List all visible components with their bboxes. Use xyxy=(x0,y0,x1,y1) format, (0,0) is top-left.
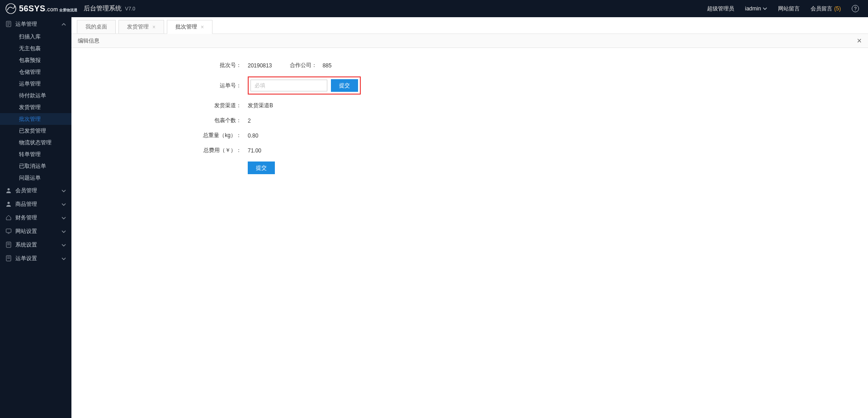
logo-icon xyxy=(5,3,16,14)
system-title: 后台管理系统 xyxy=(84,5,122,13)
member-message-label: 会员留言 xyxy=(811,5,832,13)
app-header: 56SYS.com 全景物流通 后台管理系统 V7.0 超级管理员 iadmin… xyxy=(0,0,868,17)
help-icon: ? xyxy=(852,5,859,12)
logo-text: 56SYS.com 全景物流通 xyxy=(19,4,77,14)
message-count: (5) xyxy=(834,5,841,12)
user-role: 超级管理员 xyxy=(707,5,734,13)
site-message-link[interactable]: 网站留言 xyxy=(778,5,800,13)
chevron-down-icon xyxy=(763,6,767,11)
logo-suffix: .com xyxy=(46,6,58,13)
header-right: 超级管理员 iadmin 网站留言 会员留言 (5) ? xyxy=(707,5,868,13)
logo-sub: 全景物流通 xyxy=(59,9,77,12)
logo-area: 56SYS.com 全景物流通 xyxy=(0,3,77,14)
user-menu[interactable]: iadmin xyxy=(745,5,767,12)
help-button[interactable]: ? xyxy=(852,5,859,12)
svg-point-0 xyxy=(6,4,16,14)
logo-main: 56SYS xyxy=(19,4,46,14)
member-message-link[interactable]: 会员留言 (5) xyxy=(811,5,841,13)
user-name: iadmin xyxy=(745,5,761,12)
system-version: V7.0 xyxy=(125,6,136,11)
